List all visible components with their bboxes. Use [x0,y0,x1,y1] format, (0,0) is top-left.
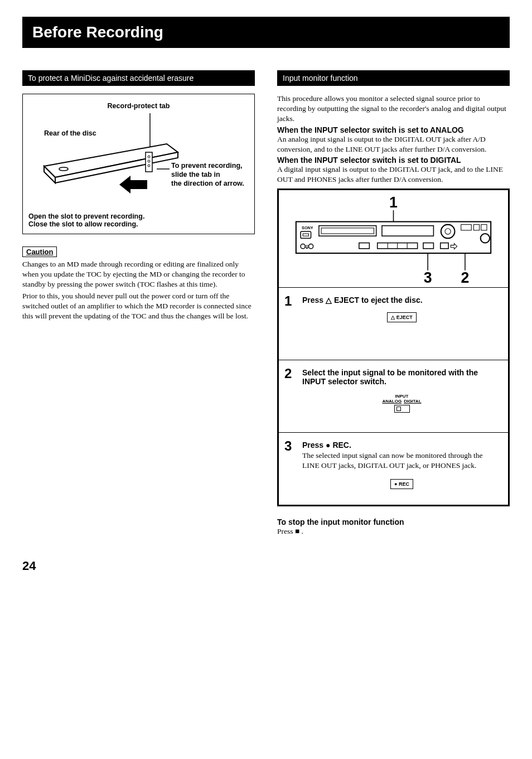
steps-frame: 1 SONY ⏻ [277,188,510,507]
close-slot-text: Close the slot to allow recording. [28,220,249,228]
digital-heading: When the INPUT selector switch is set to… [277,156,510,165]
device-illustration: 1 SONY ⏻ [279,190,508,288]
svg-text:Rear of the disc: Rear of the disc [44,129,96,137]
intro-text: This procedure allows you monitor a sele… [277,94,510,124]
step-1-number: 1 [284,293,292,309]
protect-header: To protect a MiniDisc against accidental… [22,70,255,86]
left-column: To protect a MiniDisc against accidental… [22,70,255,536]
svg-rect-21 [382,225,433,235]
svg-text:3: 3 [424,269,432,286]
stop-body: Press ■ . [277,526,510,536]
step-2: 2 Select the input signal to be monitore… [279,360,508,432]
right-column: Input monitor function This procedure al… [277,70,510,536]
svg-rect-19 [319,225,376,235]
step-3-desc: The selected input signal can now be mon… [302,451,501,471]
input-selector-icon: INPUT ANALOG DIGITAL [302,394,501,413]
svg-text:1: 1 [389,194,398,210]
step-3: 3 Press ● REC. The selected input signal… [279,432,508,505]
step-1: 1 Press △ EJECT to eject the disc. △ EJE… [279,287,508,360]
record-protect-diagram: Record-protect tab Rear of the disc [22,94,255,234]
svg-text:2: 2 [461,269,470,286]
analog-heading: When the INPUT selector switch is set to… [277,125,510,134]
input-monitor-header: Input monitor function [277,70,510,86]
svg-text:SONY: SONY [302,225,313,230]
two-column-layout: To protect a MiniDisc against accidental… [22,70,510,536]
tab-label: Record-protect tab [28,102,249,110]
stop-heading: To stop the input monitor function [277,518,510,526]
page-number: 24 [22,559,510,573]
analog-body: An analog input signal is output to the … [277,134,510,154]
eject-button-icon: △ EJECT [387,312,417,322]
open-slot-text: Open the slot to prevent recording. [28,212,249,220]
rec-button-icon: ● REC [390,479,413,489]
caution-paragraph-1: Changes to an MD made through recording … [22,259,255,290]
caution-label: Caution [22,246,57,257]
digital-body: A digital input signal is output to the … [277,165,510,185]
step-2-title: Select the input signal to be monitored … [302,368,501,386]
step-3-title: Press ● REC. [302,441,501,449]
prevent-line1: To prevent recording, [171,162,243,170]
step-2-number: 2 [284,366,292,381]
caution-paragraph-2: Prior to this, you should never pull out… [22,291,255,322]
disc-drawing: Rear of the disc To pr [33,113,245,208]
svg-rect-14 [301,231,311,238]
step-3-number: 3 [284,438,292,454]
page-title: Before Recording [22,17,510,48]
svg-text:slide the tab in: slide the tab in [171,171,220,178]
step-1-title: Press △ EJECT to eject the disc. [302,296,501,304]
svg-text:the direction of arrow.: the direction of arrow. [171,180,244,187]
